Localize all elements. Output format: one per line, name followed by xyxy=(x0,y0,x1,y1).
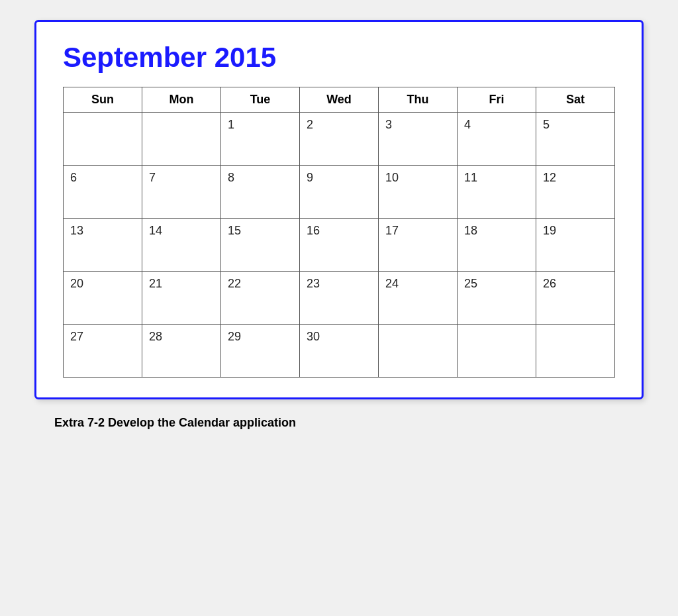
calendar-day-cell[interactable]: 28 xyxy=(142,325,221,378)
calendar-day-cell xyxy=(379,325,458,378)
calendar-day-cell[interactable]: 21 xyxy=(142,272,221,325)
calendar-day-cell[interactable]: 11 xyxy=(458,166,536,219)
calendar-day-cell[interactable]: 23 xyxy=(300,272,379,325)
calendar-day-cell xyxy=(536,325,615,378)
calendar-day-cell xyxy=(458,325,536,378)
calendar-week-row: 12345 xyxy=(64,113,615,166)
calendar-day-cell[interactable]: 5 xyxy=(536,113,615,166)
calendar-day-cell[interactable]: 30 xyxy=(300,325,379,378)
day-header-tue: Tue xyxy=(221,87,300,113)
calendar-day-cell xyxy=(64,113,142,166)
calendar-day-cell[interactable]: 15 xyxy=(221,219,300,272)
calendar-header-row: SunMonTueWedThuFriSat xyxy=(64,87,615,113)
calendar-week-row: 13141516171819 xyxy=(64,219,615,272)
calendar-day-cell[interactable]: 17 xyxy=(379,219,458,272)
calendar-day-cell[interactable]: 29 xyxy=(221,325,300,378)
caption-text: Extra 7-2 Develop the Calendar applicati… xyxy=(54,416,296,430)
day-header-mon: Mon xyxy=(142,87,221,113)
calendar-day-cell[interactable]: 22 xyxy=(221,272,300,325)
calendar-day-cell[interactable]: 4 xyxy=(458,113,536,166)
calendar-day-cell[interactable]: 18 xyxy=(458,219,536,272)
calendar-day-cell[interactable]: 19 xyxy=(536,219,615,272)
calendar-day-cell xyxy=(142,113,221,166)
day-header-wed: Wed xyxy=(300,87,379,113)
day-header-sun: Sun xyxy=(64,87,142,113)
calendar-day-cell[interactable]: 25 xyxy=(458,272,536,325)
calendar-day-cell[interactable]: 16 xyxy=(300,219,379,272)
calendar-day-cell[interactable]: 12 xyxy=(536,166,615,219)
day-header-sat: Sat xyxy=(536,87,615,113)
calendar-day-cell[interactable]: 14 xyxy=(142,219,221,272)
calendar-week-row: 6789101112 xyxy=(64,166,615,219)
calendar-day-cell[interactable]: 9 xyxy=(300,166,379,219)
calendar-day-cell[interactable]: 8 xyxy=(221,166,300,219)
calendar-day-cell[interactable]: 1 xyxy=(221,113,300,166)
calendar-day-cell[interactable]: 26 xyxy=(536,272,615,325)
calendar-day-cell[interactable]: 2 xyxy=(300,113,379,166)
calendar-day-cell[interactable]: 10 xyxy=(379,166,458,219)
calendar-container: September 2015 SunMonTueWedThuFriSat 123… xyxy=(34,20,644,399)
calendar-day-cell[interactable]: 7 xyxy=(142,166,221,219)
calendar-day-cell[interactable]: 24 xyxy=(379,272,458,325)
calendar-table: SunMonTueWedThuFriSat 123456789101112131… xyxy=(63,87,615,378)
calendar-week-row: 20212223242526 xyxy=(64,272,615,325)
calendar-day-cell[interactable]: 27 xyxy=(64,325,142,378)
day-header-thu: Thu xyxy=(379,87,458,113)
calendar-day-cell[interactable]: 13 xyxy=(64,219,142,272)
calendar-day-cell[interactable]: 3 xyxy=(379,113,458,166)
calendar-week-row: 27282930 xyxy=(64,325,615,378)
calendar-day-cell[interactable]: 20 xyxy=(64,272,142,325)
day-header-fri: Fri xyxy=(458,87,536,113)
calendar-title: September 2015 xyxy=(63,42,615,74)
calendar-day-cell[interactable]: 6 xyxy=(64,166,142,219)
